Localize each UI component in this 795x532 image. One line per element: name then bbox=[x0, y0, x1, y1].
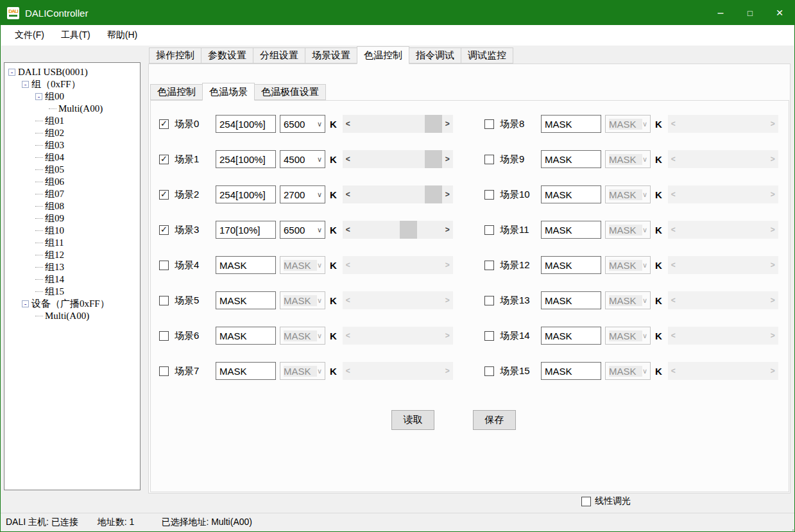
color-temp-select[interactable]: 6500∨ bbox=[280, 221, 325, 239]
scene-level-input[interactable] bbox=[216, 256, 276, 274]
scene-checkbox[interactable] bbox=[484, 155, 494, 164]
tree-item[interactable]: 组14 bbox=[4, 273, 140, 286]
linear-dimming-checkbox[interactable] bbox=[581, 497, 591, 506]
scroll-right-icon: > bbox=[442, 362, 453, 380]
tree-item[interactable]: -组00 bbox=[4, 90, 140, 103]
scene-checkbox[interactable]: ✓ bbox=[159, 155, 169, 164]
tree-item[interactable]: 组06 bbox=[4, 176, 140, 188]
tree-item[interactable]: 组10 bbox=[4, 225, 140, 237]
tab-分组设置[interactable]: 分组设置 bbox=[253, 47, 305, 64]
level-scrollbar[interactable]: <> bbox=[343, 115, 453, 133]
tree-item[interactable]: -DALI USB(0001) bbox=[4, 66, 140, 78]
scrollbar-thumb[interactable] bbox=[400, 221, 417, 239]
scene-level-input[interactable] bbox=[216, 150, 276, 168]
scene-level-input[interactable] bbox=[541, 327, 601, 345]
tab-参数设置[interactable]: 参数设置 bbox=[201, 47, 253, 64]
tree-item[interactable]: 组13 bbox=[4, 261, 140, 273]
tree-item[interactable]: 组01 bbox=[4, 115, 140, 127]
tree-item[interactable]: 组05 bbox=[4, 164, 140, 176]
maximize-icon[interactable]: □ bbox=[735, 1, 765, 25]
tree-item[interactable]: 组11 bbox=[4, 237, 140, 249]
scene-checkbox[interactable] bbox=[484, 261, 494, 270]
level-scrollbar[interactable]: <> bbox=[343, 185, 453, 203]
scene-checkbox[interactable]: ✓ bbox=[159, 225, 169, 235]
scene-level-input[interactable] bbox=[541, 150, 601, 168]
tree-item[interactable]: 组02 bbox=[4, 127, 140, 139]
level-scrollbar[interactable]: <> bbox=[343, 150, 453, 168]
subtab-色温控制[interactable]: 色温控制 bbox=[150, 84, 203, 100]
level-scrollbar[interactable]: <> bbox=[343, 221, 453, 239]
tree-item[interactable]: Multi(A00) bbox=[4, 103, 140, 115]
scene-checkbox[interactable] bbox=[159, 366, 169, 376]
tree-item[interactable]: 组08 bbox=[4, 200, 140, 212]
save-button[interactable]: 保存 bbox=[473, 410, 516, 430]
color-temp-select[interactable]: 4500∨ bbox=[280, 150, 325, 168]
close-icon[interactable]: × bbox=[765, 1, 794, 25]
tree-collapse-icon[interactable]: - bbox=[22, 81, 29, 88]
menu-item[interactable]: 工具(T) bbox=[53, 25, 99, 46]
scene-checkbox[interactable] bbox=[484, 366, 494, 376]
scene-level-input[interactable] bbox=[541, 256, 601, 274]
menu-item[interactable]: 文件(F) bbox=[6, 25, 53, 46]
tree-collapse-icon[interactable]: - bbox=[8, 69, 15, 76]
scene-level-input[interactable] bbox=[541, 185, 601, 203]
tree-item[interactable]: 组09 bbox=[4, 212, 140, 225]
menu-item[interactable]: 帮助(H) bbox=[99, 25, 146, 46]
scroll-left-icon[interactable]: < bbox=[343, 115, 354, 133]
tree-item[interactable]: 组15 bbox=[4, 286, 140, 298]
scene-checkbox[interactable] bbox=[159, 261, 169, 270]
scene-checkbox[interactable]: ✓ bbox=[159, 190, 169, 200]
tree-collapse-icon[interactable]: - bbox=[22, 300, 29, 307]
minimize-icon[interactable]: – bbox=[706, 1, 735, 25]
tab-操作控制[interactable]: 操作控制 bbox=[149, 47, 201, 64]
scene-checkbox[interactable] bbox=[484, 190, 494, 200]
scene-level-input[interactable] bbox=[541, 115, 601, 133]
scene-checkbox[interactable] bbox=[484, 331, 494, 341]
resize-grip-icon[interactable] bbox=[790, 527, 791, 528]
scene-checkbox[interactable] bbox=[484, 296, 494, 305]
scroll-right-icon[interactable]: > bbox=[442, 115, 453, 133]
scene-level-input[interactable] bbox=[541, 291, 601, 309]
tab-场景设置[interactable]: 场景设置 bbox=[305, 47, 357, 64]
scene-level-input[interactable] bbox=[216, 115, 276, 133]
tab-指令调试[interactable]: 指令调试 bbox=[409, 47, 461, 64]
scrollbar-thumb[interactable] bbox=[425, 115, 442, 133]
read-button[interactable]: 读取 bbox=[391, 410, 434, 430]
scene-checkbox[interactable]: ✓ bbox=[159, 119, 169, 129]
tree-item[interactable]: -设备（广播0xFF） bbox=[4, 298, 140, 310]
scroll-right-icon[interactable]: > bbox=[442, 185, 453, 203]
scene-level-input[interactable] bbox=[216, 185, 276, 203]
scroll-left-icon[interactable]: < bbox=[343, 185, 354, 203]
scene-level-input[interactable] bbox=[216, 221, 276, 239]
subtab-色温场景[interactable]: 色温场景 bbox=[202, 83, 255, 101]
scrollbar-thumb[interactable] bbox=[425, 150, 442, 168]
scrollbar-thumb[interactable] bbox=[425, 185, 442, 203]
unit-label: K bbox=[655, 260, 662, 271]
tree-item[interactable]: 组03 bbox=[4, 139, 140, 151]
tab-色温控制[interactable]: 色温控制 bbox=[357, 46, 409, 64]
scene-checkbox[interactable] bbox=[159, 296, 169, 305]
scroll-left-icon[interactable]: < bbox=[343, 150, 354, 168]
color-temp-select[interactable]: 2700∨ bbox=[280, 185, 325, 203]
tree-item[interactable]: 组07 bbox=[4, 188, 140, 200]
tree-item[interactable]: 组04 bbox=[4, 151, 140, 164]
tree-item[interactable]: 组12 bbox=[4, 249, 140, 261]
tree-collapse-icon[interactable]: - bbox=[35, 93, 42, 100]
scroll-right-icon[interactable]: > bbox=[442, 221, 453, 239]
scene-level-input[interactable] bbox=[216, 291, 276, 309]
scene-level-input[interactable] bbox=[541, 221, 601, 239]
scroll-right-icon[interactable]: > bbox=[442, 150, 453, 168]
tree-item[interactable]: -组（0xFF） bbox=[4, 78, 140, 90]
tab-调试监控[interactable]: 调试监控 bbox=[461, 47, 513, 64]
device-tree[interactable]: -DALI USB(0001)-组（0xFF）-组00Multi(A00)组01… bbox=[4, 62, 141, 490]
scroll-left-icon[interactable]: < bbox=[343, 221, 354, 239]
tree-item[interactable]: Multi(A00) bbox=[4, 310, 140, 322]
color-temp-select[interactable]: 6500∨ bbox=[280, 115, 325, 133]
scene-checkbox[interactable] bbox=[159, 331, 169, 341]
scene-checkbox[interactable] bbox=[484, 225, 494, 235]
scene-checkbox[interactable] bbox=[484, 119, 494, 129]
scene-level-input[interactable] bbox=[216, 327, 276, 345]
scene-level-input[interactable] bbox=[216, 362, 276, 380]
scene-level-input[interactable] bbox=[541, 362, 601, 380]
subtab-色温极值设置[interactable]: 色温极值设置 bbox=[254, 84, 326, 100]
